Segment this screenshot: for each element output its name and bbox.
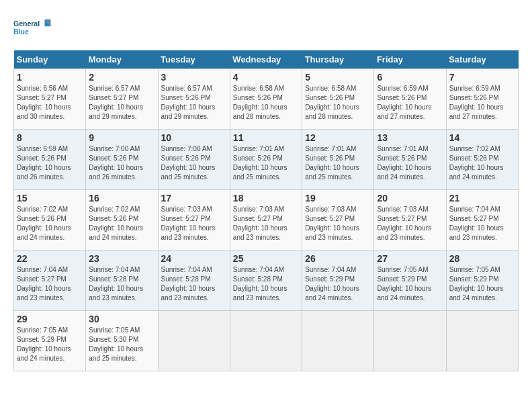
day-info: Sunrise: 7:05 AMSunset: 5:29 PMDaylight:… — [449, 266, 504, 302]
day-number: 6 — [377, 72, 443, 83]
calendar-cell: 30 Sunrise: 7:05 AMSunset: 5:30 PMDaylig… — [86, 311, 158, 371]
day-info: Sunrise: 7:01 AMSunset: 5:26 PMDaylight:… — [233, 145, 287, 181]
calendar-cell: 12 Sunrise: 7:01 AMSunset: 5:26 PMDaylig… — [302, 130, 374, 190]
calendar-cell: 24 Sunrise: 7:04 AMSunset: 5:28 PMDaylig… — [158, 250, 230, 311]
day-info: Sunrise: 7:03 AMSunset: 5:27 PMDaylight:… — [233, 205, 287, 241]
day-info: Sunrise: 7:04 AMSunset: 5:27 PMDaylight:… — [449, 205, 504, 241]
calendar-cell: 5 Sunrise: 6:58 AMSunset: 5:26 PMDayligh… — [302, 69, 374, 130]
day-info: Sunrise: 7:01 AMSunset: 5:26 PMDaylight:… — [377, 145, 431, 181]
calendar-cell: 27 Sunrise: 7:05 AMSunset: 5:29 PMDaylig… — [374, 250, 446, 311]
day-number: 26 — [305, 253, 371, 264]
day-info: Sunrise: 7:00 AMSunset: 5:26 PMDaylight:… — [89, 145, 143, 181]
day-number: 17 — [161, 193, 227, 203]
day-info: Sunrise: 6:57 AMSunset: 5:26 PMDaylight:… — [161, 85, 216, 120]
svg-text:Blue: Blue — [13, 28, 29, 36]
page-header: General Blue — [13, 13, 519, 44]
calendar-cell — [230, 311, 302, 371]
day-number: 1 — [17, 72, 83, 83]
calendar-cell: 9 Sunrise: 7:00 AMSunset: 5:26 PMDayligh… — [86, 130, 158, 190]
calendar-cell: 23 Sunrise: 7:04 AMSunset: 5:28 PMDaylig… — [86, 250, 158, 311]
weekday-header-sunday: Sunday — [14, 50, 86, 69]
weekday-header-wednesday: Wednesday — [230, 50, 302, 69]
day-info: Sunrise: 7:04 AMSunset: 5:28 PMDaylight:… — [89, 266, 143, 302]
calendar-cell: 15 Sunrise: 7:02 AMSunset: 5:26 PMDaylig… — [14, 190, 86, 250]
day-number: 9 — [89, 132, 154, 143]
day-info: Sunrise: 6:59 AMSunset: 5:26 PMDaylight:… — [17, 145, 71, 181]
calendar-cell: 29 Sunrise: 7:05 AMSunset: 5:29 PMDaylig… — [14, 311, 86, 371]
calendar-cell: 18 Sunrise: 7:03 AMSunset: 5:27 PMDaylig… — [230, 190, 302, 250]
day-info: Sunrise: 7:04 AMSunset: 5:27 PMDaylight:… — [17, 266, 71, 302]
weekday-header-monday: Monday — [86, 50, 158, 69]
weekday-header-thursday: Thursday — [302, 50, 374, 69]
calendar-cell: 8 Sunrise: 6:59 AMSunset: 5:26 PMDayligh… — [14, 130, 86, 190]
logo-svg: General Blue — [13, 13, 54, 44]
calendar-cell: 21 Sunrise: 7:04 AMSunset: 5:27 PMDaylig… — [446, 190, 518, 250]
day-info: Sunrise: 6:59 AMSunset: 5:26 PMDaylight:… — [449, 85, 504, 120]
calendar-cell: 14 Sunrise: 7:02 AMSunset: 5:26 PMDaylig… — [446, 130, 518, 190]
day-number: 12 — [305, 132, 371, 143]
calendar-cell — [446, 311, 518, 371]
day-number: 3 — [161, 72, 227, 83]
calendar-cell: 26 Sunrise: 7:04 AMSunset: 5:29 PMDaylig… — [302, 250, 374, 311]
day-number: 27 — [377, 253, 443, 264]
calendar-cell: 1 Sunrise: 6:56 AMSunset: 5:27 PMDayligh… — [14, 69, 86, 130]
day-number: 18 — [233, 193, 299, 203]
calendar-cell: 17 Sunrise: 7:03 AMSunset: 5:27 PMDaylig… — [158, 190, 230, 250]
day-info: Sunrise: 7:00 AMSunset: 5:26 PMDaylight:… — [161, 145, 216, 181]
calendar-cell — [302, 311, 374, 371]
day-number: 14 — [449, 132, 515, 143]
logo: General Blue — [13, 13, 54, 44]
calendar-cell: 10 Sunrise: 7:00 AMSunset: 5:26 PMDaylig… — [158, 130, 230, 190]
day-number: 5 — [305, 72, 371, 83]
day-info: Sunrise: 7:02 AMSunset: 5:26 PMDaylight:… — [89, 205, 143, 241]
day-number: 10 — [161, 132, 227, 143]
calendar-cell: 2 Sunrise: 6:57 AMSunset: 5:27 PMDayligh… — [86, 69, 158, 130]
day-number: 15 — [17, 193, 83, 203]
calendar-cell — [158, 311, 230, 371]
calendar-cell: 22 Sunrise: 7:04 AMSunset: 5:27 PMDaylig… — [14, 250, 86, 311]
day-info: Sunrise: 7:05 AMSunset: 5:29 PMDaylight:… — [377, 266, 431, 302]
day-info: Sunrise: 6:58 AMSunset: 5:26 PMDaylight:… — [233, 85, 287, 120]
day-info: Sunrise: 7:02 AMSunset: 5:26 PMDaylight:… — [17, 205, 71, 241]
weekday-header-saturday: Saturday — [446, 50, 518, 69]
calendar-cell: 28 Sunrise: 7:05 AMSunset: 5:29 PMDaylig… — [446, 250, 518, 311]
weekday-header-tuesday: Tuesday — [158, 50, 230, 69]
calendar-cell — [374, 311, 446, 371]
calendar-cell: 6 Sunrise: 6:59 AMSunset: 5:26 PMDayligh… — [374, 69, 446, 130]
day-number: 13 — [377, 132, 443, 143]
day-info: Sunrise: 6:56 AMSunset: 5:27 PMDaylight:… — [17, 85, 71, 120]
day-info: Sunrise: 7:05 AMSunset: 5:30 PMDaylight:… — [89, 326, 143, 362]
calendar-cell: 3 Sunrise: 6:57 AMSunset: 5:26 PMDayligh… — [158, 69, 230, 130]
calendar-cell: 20 Sunrise: 7:03 AMSunset: 5:27 PMDaylig… — [374, 190, 446, 250]
day-info: Sunrise: 7:03 AMSunset: 5:27 PMDaylight:… — [377, 205, 431, 241]
day-info: Sunrise: 7:02 AMSunset: 5:26 PMDaylight:… — [449, 145, 504, 181]
day-number: 22 — [17, 253, 83, 264]
day-info: Sunrise: 7:04 AMSunset: 5:28 PMDaylight:… — [233, 266, 287, 302]
day-number: 29 — [17, 314, 83, 324]
day-number: 11 — [233, 132, 299, 143]
calendar-cell: 4 Sunrise: 6:58 AMSunset: 5:26 PMDayligh… — [230, 69, 302, 130]
day-number: 2 — [89, 72, 154, 83]
svg-text:General: General — [13, 19, 40, 28]
day-number: 21 — [449, 193, 515, 203]
day-info: Sunrise: 6:57 AMSunset: 5:27 PMDaylight:… — [89, 85, 143, 120]
calendar-cell: 16 Sunrise: 7:02 AMSunset: 5:26 PMDaylig… — [86, 190, 158, 250]
day-number: 30 — [89, 314, 154, 324]
day-number: 8 — [17, 132, 83, 143]
day-number: 25 — [233, 253, 299, 264]
day-info: Sunrise: 7:03 AMSunset: 5:27 PMDaylight:… — [305, 205, 359, 241]
calendar-cell: 19 Sunrise: 7:03 AMSunset: 5:27 PMDaylig… — [302, 190, 374, 250]
day-number: 16 — [89, 193, 154, 203]
day-number: 19 — [305, 193, 371, 203]
day-info: Sunrise: 7:04 AMSunset: 5:28 PMDaylight:… — [161, 266, 216, 302]
day-info: Sunrise: 7:05 AMSunset: 5:29 PMDaylight:… — [17, 326, 71, 362]
day-number: 4 — [233, 72, 299, 83]
day-number: 28 — [449, 253, 515, 264]
day-info: Sunrise: 7:04 AMSunset: 5:29 PMDaylight:… — [305, 266, 359, 302]
day-info: Sunrise: 7:01 AMSunset: 5:26 PMDaylight:… — [305, 145, 359, 181]
calendar-cell: 11 Sunrise: 7:01 AMSunset: 5:26 PMDaylig… — [230, 130, 302, 190]
calendar-table: SundayMondayTuesdayWednesdayThursdayFrid… — [13, 50, 519, 371]
calendar-cell: 13 Sunrise: 7:01 AMSunset: 5:26 PMDaylig… — [374, 130, 446, 190]
weekday-header-friday: Friday — [374, 50, 446, 69]
day-number: 7 — [449, 72, 515, 83]
